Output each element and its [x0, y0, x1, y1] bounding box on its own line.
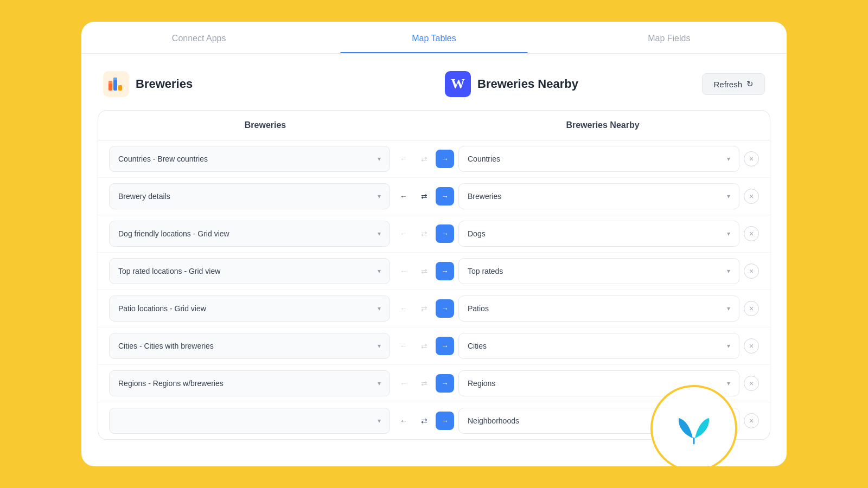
table-row: Countries - Brew countries ▾ ←⇄→ Countri… — [98, 140, 770, 178]
arrow-left-button[interactable]: ← — [394, 299, 413, 318]
close-button[interactable]: × — [744, 189, 759, 204]
left-select[interactable]: Cities - Cities with breweries ▾ — [109, 333, 390, 359]
arrow-left-button[interactable]: ← — [394, 337, 413, 355]
left-select-text: Countries - Brew countries — [118, 155, 208, 163]
chevron-down-icon: ▾ — [378, 305, 381, 312]
refresh-icon: ↻ — [746, 79, 754, 89]
arrow-group: ←⇄→ — [394, 262, 454, 280]
main-container: Connect Apps Map Tables Map Fields Brewe… — [81, 22, 787, 466]
app-headers: Breweries W Breweries Nearby Refresh ↻ — [81, 71, 787, 110]
chevron-down-icon: ▾ — [378, 230, 381, 237]
right-select[interactable]: Dogs ▾ — [458, 221, 739, 247]
svg-rect-2 — [118, 85, 122, 91]
svg-rect-4 — [113, 78, 117, 80]
left-select[interactable]: ▾ — [109, 408, 390, 434]
chevron-down-icon: ▾ — [727, 342, 730, 350]
arrow-right-button[interactable]: → — [436, 374, 454, 393]
tab-connect-apps[interactable]: Connect Apps — [81, 22, 316, 53]
left-select[interactable]: Top rated locations - Grid view ▾ — [109, 258, 390, 284]
tab-map-fields[interactable]: Map Fields — [552, 22, 787, 53]
right-select-text: Patios — [468, 304, 489, 313]
left-select-text: Patio locations - Grid view — [118, 304, 206, 313]
swap-button[interactable]: ⇄ — [415, 337, 433, 355]
tabs: Connect Apps Map Tables Map Fields — [81, 22, 787, 54]
close-button[interactable]: × — [744, 301, 759, 316]
left-column-header: Breweries — [98, 120, 400, 130]
chevron-down-icon: ▾ — [378, 380, 381, 387]
close-button[interactable]: × — [744, 413, 759, 428]
arrow-right-button[interactable]: → — [436, 299, 454, 318]
table-header: Breweries Breweries Nearby — [98, 111, 770, 140]
arrow-left-button[interactable]: ← — [394, 262, 413, 280]
chevron-down-icon: ▾ — [727, 267, 730, 275]
right-column-header: Breweries Nearby — [468, 120, 770, 130]
right-select-text: Neighborhoods — [468, 416, 519, 425]
right-select[interactable]: Breweries ▾ — [458, 183, 739, 209]
right-select-text: Top rateds — [468, 267, 503, 275]
arrow-left-button[interactable]: ← — [394, 224, 413, 243]
arrow-right-button[interactable]: → — [436, 224, 454, 243]
table-row: Dog friendly locations - Grid view ▾ ←⇄→… — [98, 215, 770, 253]
right-select-text: Regions — [468, 379, 495, 388]
chevron-down-icon: ▾ — [378, 192, 381, 200]
arrow-right-button[interactable]: → — [436, 262, 454, 280]
left-select[interactable]: Regions - Regions w/breweries ▾ — [109, 370, 390, 396]
swap-button[interactable]: ⇄ — [415, 224, 433, 243]
mapping-table: Breweries Breweries Nearby Countries - B… — [98, 110, 770, 440]
arrow-right-button[interactable]: → — [436, 337, 454, 355]
arrow-left-button[interactable]: ← — [394, 374, 413, 393]
right-select[interactable]: Cities ▾ — [458, 333, 739, 359]
tab-map-tables[interactable]: Map Tables — [316, 22, 551, 53]
left-select[interactable]: Dog friendly locations - Grid view ▾ — [109, 221, 390, 247]
chevron-down-icon: ▾ — [378, 342, 381, 350]
right-select-text: Breweries — [468, 192, 501, 201]
chevron-down-icon: ▾ — [727, 380, 730, 387]
close-button[interactable]: × — [744, 264, 759, 279]
arrow-left-button[interactable]: ← — [394, 187, 413, 206]
right-select-text: Countries — [468, 155, 500, 163]
swap-button[interactable]: ⇄ — [415, 262, 433, 280]
table-row: Cities - Cities with breweries ▾ ←⇄→ Cit… — [98, 328, 770, 365]
arrow-left-button[interactable]: ← — [394, 412, 413, 430]
svg-rect-3 — [108, 81, 112, 84]
left-select[interactable]: Patio locations - Grid view ▾ — [109, 296, 390, 322]
arrow-group: ←⇄→ — [394, 224, 454, 243]
right-select-text: Dogs — [468, 229, 486, 238]
webflow-app-icon: W — [445, 71, 471, 97]
arrow-group: ←⇄→ — [394, 337, 454, 355]
close-button[interactable]: × — [744, 338, 759, 354]
arrow-left-button[interactable]: ← — [394, 150, 413, 168]
arrow-right-button[interactable]: → — [436, 150, 454, 168]
swap-button[interactable]: ⇄ — [415, 187, 433, 206]
close-button[interactable]: × — [744, 151, 759, 166]
chevron-down-icon: ▾ — [727, 155, 730, 163]
swap-button[interactable]: ⇄ — [415, 374, 433, 393]
arrow-group: ←⇄→ — [394, 412, 454, 430]
swap-button[interactable]: ⇄ — [415, 150, 433, 168]
refresh-button[interactable]: Refresh ↻ — [702, 73, 765, 95]
left-select-text: Dog friendly locations - Grid view — [118, 229, 229, 238]
arrow-right-button[interactable]: → — [436, 412, 454, 430]
table-row: Brewery details ▾ ←⇄→ Breweries ▾ × — [98, 178, 770, 215]
arrow-right-button[interactable]: → — [436, 187, 454, 206]
chevron-down-icon: ▾ — [378, 417, 381, 425]
right-select[interactable]: Countries ▾ — [458, 146, 739, 172]
table-row: Patio locations - Grid view ▾ ←⇄→ Patios… — [98, 290, 770, 328]
swap-button[interactable]: ⇄ — [415, 412, 433, 430]
close-button[interactable]: × — [744, 226, 759, 241]
swap-button[interactable]: ⇄ — [415, 299, 433, 318]
right-select[interactable]: Patios ▾ — [458, 296, 739, 322]
left-select[interactable]: Countries - Brew countries ▾ — [109, 146, 390, 172]
svg-rect-1 — [113, 80, 117, 91]
svg-rect-0 — [108, 83, 112, 91]
arrow-group: ←⇄→ — [394, 150, 454, 168]
left-select-text: Brewery details — [118, 192, 170, 201]
close-button[interactable]: × — [744, 376, 759, 391]
chevron-down-icon: ▾ — [727, 230, 730, 237]
left-select-text: Cities - Cities with breweries — [118, 342, 214, 350]
chevron-down-icon: ▾ — [378, 155, 381, 163]
left-select[interactable]: Brewery details ▾ — [109, 183, 390, 209]
arrow-group: ←⇄→ — [394, 299, 454, 318]
spotlight-circle — [650, 385, 737, 466]
right-select[interactable]: Top rateds ▾ — [458, 258, 739, 284]
